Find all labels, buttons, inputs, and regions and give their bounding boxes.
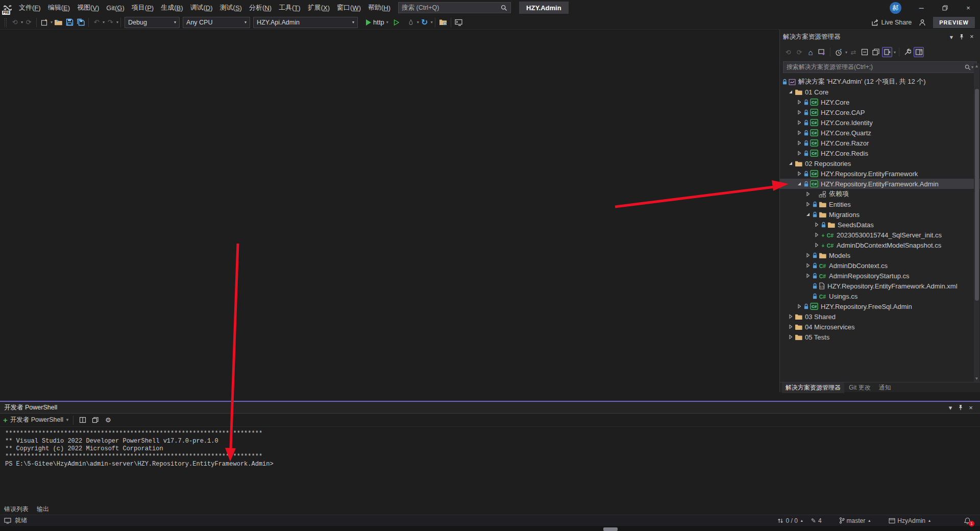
back-icon[interactable]: ⟲	[783, 47, 793, 57]
save-icon[interactable]	[64, 17, 75, 28]
tree-item[interactable]: 04 Microservices	[780, 322, 980, 332]
tree-item[interactable]: SeedsDatas	[780, 220, 980, 230]
se-bottom-tab[interactable]: 解决方案资源管理器	[782, 382, 844, 393]
tree-item[interactable]: C#Usings.cs	[780, 291, 980, 301]
git-repository-status[interactable]: HzyAdmin ▴	[889, 517, 930, 524]
tree-item[interactable]: 02 Repositories	[780, 158, 980, 168]
window-position-dropdown-icon[interactable]: ▾	[945, 402, 955, 413]
start-without-debug-icon[interactable]	[391, 17, 402, 28]
pin-icon[interactable]	[957, 32, 967, 42]
expand-collapsed-icon[interactable]	[796, 140, 802, 146]
notifications-bell[interactable]: 1	[964, 517, 971, 524]
expand-expanded-icon[interactable]	[805, 211, 811, 218]
expand-collapsed-icon[interactable]	[814, 232, 820, 238]
close-panel-icon[interactable]: ×	[967, 32, 977, 42]
tree-item[interactable]: 05 Tests	[780, 332, 980, 342]
restart-dropdown[interactable]: ▾	[431, 20, 433, 25]
solution-folder-icon[interactable]	[437, 17, 449, 28]
redo-icon[interactable]: ↷	[105, 17, 116, 28]
expand-collapsed-icon[interactable]	[805, 191, 811, 197]
forward-icon[interactable]: ⟳	[794, 47, 804, 57]
expand-collapsed-icon[interactable]	[814, 222, 820, 228]
expand-collapsed-icon[interactable]	[805, 262, 811, 269]
menu-窗口[interactable]: 窗口(W)	[333, 0, 364, 15]
toolbar-drag-handle[interactable]	[4, 18, 7, 27]
new-terminal-icon[interactable]: +	[3, 416, 8, 424]
save-all-icon[interactable]	[75, 17, 86, 28]
restore-button[interactable]	[933, 0, 957, 15]
live-share-button[interactable]: Live Share	[871, 19, 912, 26]
tree-item[interactable]: 解决方案 'HZY.Admin' (12 个项目, 共 12 个)	[780, 77, 980, 87]
tree-scrollbar[interactable]: ▲ ▼	[974, 63, 979, 382]
solution-explorer-search-box[interactable]: 搜索解决方案资源管理器(Ctrl+;) ▾	[783, 61, 977, 73]
terminal-tab-title[interactable]: 开发者 PowerShell	[4, 403, 57, 412]
expand-collapsed-icon[interactable]	[805, 201, 811, 207]
home-icon[interactable]: ⌂	[805, 47, 816, 57]
tree-item[interactable]: C#HZY.Core.Quartz	[780, 128, 980, 138]
properties-wrench-icon[interactable]	[902, 47, 913, 57]
filter-dropdown[interactable]: ▾	[845, 50, 847, 55]
menu-分析[interactable]: 分析(N)	[246, 0, 275, 15]
menu-文件[interactable]: 文件(F)	[15, 0, 44, 15]
menu-扩展[interactable]: 扩展(X)	[304, 0, 333, 15]
tree-item[interactable]: Migrations	[780, 209, 980, 220]
menu-工具[interactable]: 工具(T)	[275, 0, 304, 15]
tree-item[interactable]: +C#AdminDbContextModelSnapshot.cs	[780, 240, 980, 250]
expand-collapsed-icon[interactable]	[788, 324, 794, 330]
tree-item[interactable]: C#HZY.Repository.FreeSql.Admin	[780, 301, 980, 311]
menu-编辑[interactable]: 编辑(E)	[44, 0, 74, 15]
split-terminal-icon[interactable]	[77, 415, 88, 426]
settings-gear-icon[interactable]: ⚙	[103, 415, 114, 426]
tree-item[interactable]: C#AdminRepositoryStartup.cs	[780, 271, 980, 281]
sync-icon[interactable]: ⇄	[848, 47, 859, 57]
git-sync-status[interactable]: 0 / 0 ▴	[777, 517, 802, 524]
tree-item[interactable]: C#AdminDbContext.cs	[780, 260, 980, 271]
expand-collapsed-icon[interactable]	[796, 171, 802, 177]
feedback-person-icon[interactable]	[917, 17, 928, 28]
feedback-monitor-icon[interactable]	[4, 518, 11, 524]
sync-active-dropdown[interactable]: ▾	[894, 50, 896, 55]
hot-reload-icon[interactable]	[405, 17, 416, 28]
expand-collapsed-icon[interactable]	[796, 150, 802, 156]
expand-collapsed-icon[interactable]	[788, 334, 794, 340]
user-avatar[interactable]: 郝	[890, 2, 901, 14]
expand-collapsed-icon[interactable]	[788, 313, 794, 320]
redo-dropdown[interactable]: ▾	[116, 20, 118, 25]
se-bottom-tab[interactable]: 通知	[875, 382, 895, 393]
search-options-dropdown[interactable]: ▾	[971, 65, 973, 69]
se-bottom-tab[interactable]: Git 更改	[845, 382, 874, 393]
close-button[interactable]: ×	[957, 0, 980, 15]
menu-测试[interactable]: 测试(S)	[216, 0, 246, 15]
menu-调试[interactable]: 调试(D)	[187, 0, 216, 15]
expand-expanded-icon[interactable]	[788, 89, 794, 95]
menu-Git[interactable]: Git(G)	[103, 0, 128, 15]
close-panel-icon[interactable]: ×	[966, 402, 976, 413]
expand-collapsed-icon[interactable]	[796, 130, 802, 136]
startup-project-combo[interactable]: HZY.Api.Admin▾	[253, 17, 358, 28]
tree-item[interactable]: C#HZY.Core	[780, 97, 980, 107]
minimize-button[interactable]: ─	[910, 0, 933, 15]
new-terminal-dropdown[interactable]: ▼	[65, 418, 69, 422]
expand-expanded-icon[interactable]	[788, 160, 794, 166]
tree-item[interactable]: 01 Core	[780, 87, 980, 97]
expand-collapsed-icon[interactable]	[796, 303, 802, 309]
git-branch-status[interactable]: master ▴	[839, 517, 871, 524]
tree-item[interactable]: 03 Shared	[780, 311, 980, 322]
pending-edits-status[interactable]: ✎ 4	[811, 517, 822, 524]
run-profile-dropdown[interactable]: ▾	[386, 20, 388, 25]
tree-item[interactable]: C#HZY.Repository.EntityFramework.Admin	[780, 179, 980, 189]
panel-tab[interactable]: 输出	[37, 505, 49, 514]
quick-search-box[interactable]: 搜索 (Ctrl+Q)	[398, 2, 511, 13]
pending-changes-filter-icon[interactable]	[834, 47, 844, 57]
sync-with-active-document-icon[interactable]	[882, 47, 892, 57]
terminal-output[interactable]: ****************************************…	[0, 427, 980, 471]
tree-item[interactable]: C#HZY.Core.CAP	[780, 107, 980, 117]
expand-collapsed-icon[interactable]	[805, 273, 811, 279]
tree-item[interactable]: Entities	[780, 199, 980, 209]
menu-项目[interactable]: 项目(P)	[128, 0, 157, 15]
configuration-combo[interactable]: Debug▾	[125, 17, 180, 28]
start-debug-button[interactable]: http ▾	[362, 17, 391, 28]
tree-item[interactable]: +C#20230530015744_SqlServer_init.cs	[780, 230, 980, 240]
tree-item[interactable]: </>HZY.Repository.EntityFramework.Admin.…	[780, 281, 980, 291]
new-project-icon[interactable]	[39, 17, 50, 28]
